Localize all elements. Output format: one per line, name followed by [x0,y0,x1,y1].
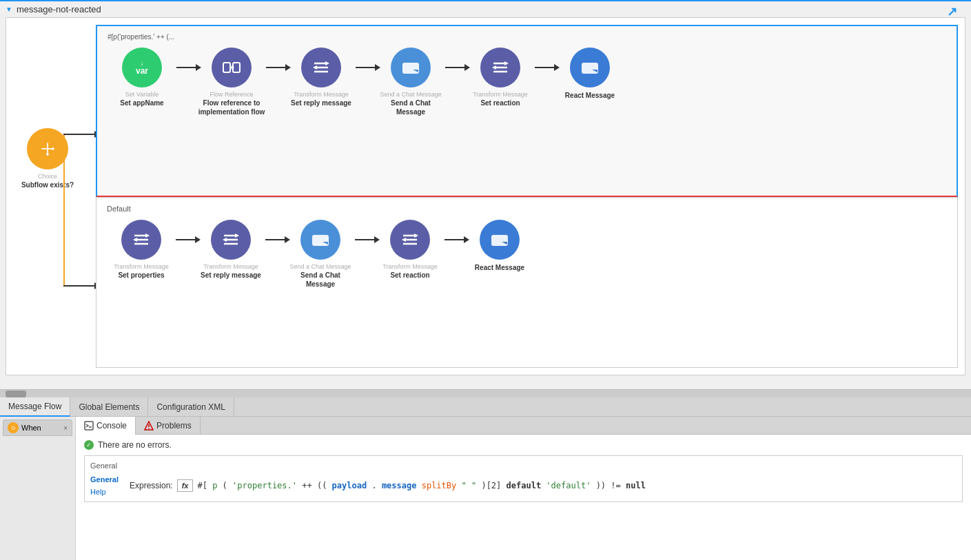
svg-rect-25 [491,235,508,246]
set-variable-type: Set Variable [125,91,159,98]
expr-part5: ++ (( [302,481,327,490]
help-left-label[interactable]: Help [90,488,119,496]
transform4-name: Set reply message [201,271,261,280]
console-tabs: Console Problems [76,417,971,435]
svg-rect-21 [312,235,329,246]
tab-global-elements[interactable]: Global Elements [70,397,148,417]
node-send-chat-2[interactable]: Send a Chat Message Send a Chat Message [286,220,355,289]
node-send-chat-1[interactable]: Send a Chat Message Send a Chat Message [376,48,445,116]
send-chat1-type: Send a Chat Message [380,91,441,98]
choice-arrow-top [63,134,96,135]
expr-part4: 'properties.' [232,481,297,490]
transform4-type: Transform Message [203,263,258,271]
node-transform-2[interactable]: Transform Message Set reaction [466,48,535,107]
react1-circle [570,48,610,87]
when-close-button[interactable]: × [63,424,68,432]
arrow-3 [356,48,376,87]
react2-circle [480,220,520,260]
no-errors-message: There are no errors. [84,440,963,450]
send-chat2-name: Send a Chat Message [286,271,355,289]
choice-name-label: Subflow exists? [21,180,74,189]
arrow-6 [176,220,196,260]
flow-canvas: Choice Subflow exists? #[p('properties.'… [6,17,965,375]
when-tab[interactable]: ⊙ When × [3,419,72,436]
bottom-branch-flow: Transform Message Set properties [107,220,947,289]
react2-icon [489,229,510,250]
expr-part6: payload [332,481,367,490]
set-variable-circle: ↓ var [122,48,162,87]
scrollbar-thumb[interactable] [6,391,26,397]
transform5-icon [400,230,420,249]
transform5-name: Set reaction [390,271,429,280]
node-transform-4[interactable]: Transform Message Set reply message [196,220,265,280]
bottom-branch: Default Transf [96,197,958,368]
success-icon [84,440,94,450]
problems-icon [144,421,154,431]
expr-part2: p [212,481,217,490]
svg-marker-10 [313,65,317,70]
node-transform-3[interactable]: Transform Message Set properties [107,220,176,280]
svg-marker-18 [133,238,137,242]
choice-arrow-bottom [63,285,96,287]
tab-configuration-xml[interactable]: Configuration XML [148,397,234,417]
bottom-panels: ⊙ When × Console Proble [0,417,971,560]
flow-ref-circle [212,48,252,87]
arrow-4 [445,48,466,87]
flow-ref-type: Flow Reference [209,91,253,98]
react1-name: React Message [565,91,615,100]
console-tab[interactable]: Console [76,417,136,435]
when-label: When [21,424,41,432]
expr-part16: 'default' [546,481,591,490]
horizontal-scrollbar[interactable] [0,389,971,397]
no-errors-text: There are no errors. [98,440,172,450]
node-react-1[interactable]: React Message [555,48,624,100]
choice-circle [27,128,68,169]
console-label: Console [96,421,127,431]
node-flow-ref[interactable]: Flow Reference Flow reference to impleme… [197,48,266,116]
choice-node[interactable]: Choice Subflow exists? [20,128,75,189]
expression-field-row: Expression: fx #[ p ( 'properties.' ++ (… [130,479,646,492]
svg-marker-17 [145,234,150,238]
expr-part10: splitBy [422,481,457,490]
transform4-icon [221,230,241,249]
flow-ref-icon [221,57,242,78]
console-icon [84,421,94,431]
svg-marker-13 [504,61,509,65]
arrow-8 [355,220,376,260]
transform1-circle [301,48,341,87]
flow-header: ▼ message-not-reacted ↗ [0,0,971,17]
svg-marker-23 [414,234,418,238]
transform3-type: Transform Message [114,263,169,271]
arrow-5 [535,48,555,87]
var-icon: ↓ var [136,60,148,75]
node-react-2[interactable]: React Message [465,220,534,272]
send-chat1-circle [391,48,431,87]
arrow-line-3 [356,67,376,68]
svg-rect-11 [402,63,419,74]
bottom-branch-label: Default [107,205,947,213]
fx-button[interactable]: fx [177,479,194,492]
transform1-type: Transform Message [294,91,349,98]
svg-marker-20 [223,238,227,242]
react2-name: React Message [475,263,524,272]
svg-marker-19 [235,234,239,238]
set-variable-name: Set appName [120,98,163,107]
transform5-circle [390,220,430,260]
arrow-line-8 [355,239,376,240]
send-chat2-circle [300,220,340,260]
node-transform-1[interactable]: Transform Message Set reply message [287,48,356,107]
arrow-line-2 [266,67,287,68]
send-chat2-icon [310,229,331,250]
node-set-variable[interactable]: ↓ var Set Variable Set appName [108,48,176,107]
collapse-icon[interactable]: ▼ [6,6,12,13]
tab-message-flow[interactable]: Message Flow [0,397,70,417]
node-transform-5[interactable]: Transform Message Set reaction [376,220,444,280]
general-left-label[interactable]: General [90,475,119,484]
svg-marker-24 [402,238,406,242]
transform3-name: Set properties [118,271,164,280]
transform2-circle [480,48,520,87]
react1-icon [580,57,600,78]
arrow-line-9 [444,239,465,240]
choice-type-label: Choice [38,173,57,180]
problems-tab[interactable]: Problems [136,417,201,435]
